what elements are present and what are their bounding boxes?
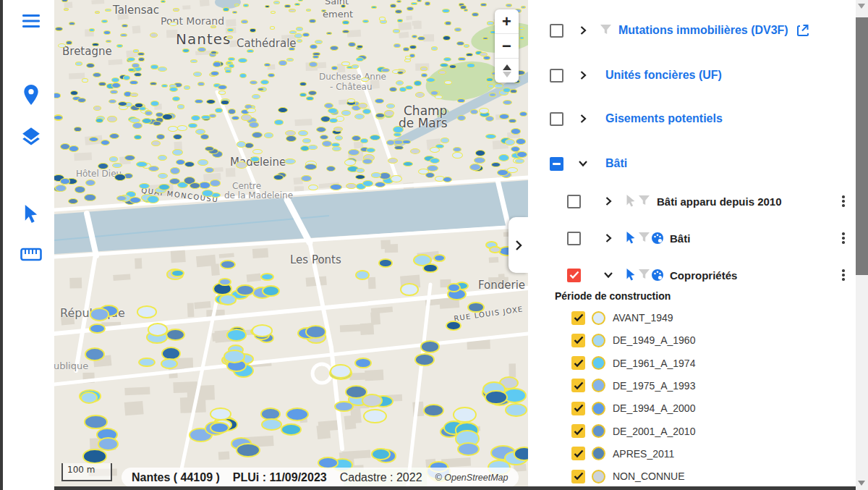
- copropriete-dot: [407, 7, 413, 11]
- ruler-measure-icon[interactable]: [20, 243, 43, 266]
- legend-checkbox-checked[interactable]: [571, 447, 585, 460]
- layer-checkbox-checked[interactable]: [567, 269, 581, 282]
- layer-checkbox-unchecked[interactable]: [550, 24, 563, 38]
- layer-checkbox-indeterminate[interactable]: [550, 157, 563, 171]
- legend-color-swatch: [592, 311, 605, 325]
- copropriete-dot: [142, 118, 152, 124]
- copropriete-dot: [403, 161, 414, 167]
- copropriete-dot: [475, 150, 485, 156]
- copropriete-dot: [289, 9, 295, 12]
- scrollbar-up-arrow[interactable]: [858, 4, 865, 9]
- layer-checkbox-unchecked[interactable]: [550, 69, 563, 83]
- export-layer-icon[interactable]: [796, 23, 810, 38]
- legend-item-label: APRES_2011: [613, 448, 674, 460]
- select-cursor-icon[interactable]: [625, 269, 637, 282]
- layer-label[interactable]: Bâti: [670, 232, 690, 245]
- copropriete-dot: [161, 358, 179, 369]
- copropriete-dot: [138, 358, 155, 368]
- layer-label[interactable]: Bâti apparu depuis 2010: [657, 195, 782, 208]
- copropriete-dot: [348, 42, 356, 47]
- legend-checkbox-checked[interactable]: [571, 402, 585, 415]
- layer-checkbox-unchecked[interactable]: [567, 195, 581, 208]
- scrollbar-thumb[interactable]: [856, 17, 868, 275]
- legend-checkbox-checked[interactable]: [571, 311, 585, 325]
- copropriete-dot: [133, 49, 140, 53]
- chevron-right-icon[interactable]: [576, 69, 590, 82]
- copropriete-dot: [505, 403, 527, 418]
- copropriete-dot: [221, 100, 229, 105]
- layer-checkbox-unchecked[interactable]: [550, 112, 563, 126]
- copropriete-dot: [469, 164, 481, 171]
- copropriete-dot: [139, 183, 150, 189]
- layer-tree-item: Unités foncières (UF): [550, 67, 854, 84]
- location-pin-icon[interactable]: [20, 83, 43, 106]
- layer-label[interactable]: Unités foncières (UF): [605, 69, 722, 82]
- copropriete-dot: [479, 108, 489, 114]
- tilt-up-icon[interactable]: [503, 64, 511, 70]
- copropriete-dot: [430, 158, 440, 164]
- filter-funnel-icon[interactable]: [638, 195, 650, 206]
- copropriete-dot: [66, 41, 73, 45]
- copropriete-dot: [161, 84, 169, 88]
- copropriete-dot: [415, 92, 425, 98]
- zoom-control: + −: [495, 9, 519, 83]
- palette-style-icon[interactable]: [651, 269, 664, 282]
- copropriete-dot: [278, 60, 287, 66]
- legend-checkbox-checked[interactable]: [571, 356, 585, 370]
- chevron-down-icon[interactable]: [602, 269, 615, 282]
- legend-checkbox-checked[interactable]: [571, 334, 585, 347]
- tilt-control[interactable]: [495, 59, 519, 83]
- panel-collapse-toggle[interactable]: [509, 217, 528, 273]
- copropriete-dot: [161, 0, 166, 3]
- layer-label[interactable]: Gisements potentiels: [605, 112, 723, 125]
- select-cursor-icon-disabled[interactable]: [625, 195, 637, 208]
- zoom-out-button[interactable]: −: [495, 34, 519, 59]
- copropriete-dot: [286, 407, 309, 421]
- chevron-right-icon[interactable]: [576, 24, 590, 37]
- filter-funnel-icon[interactable]: [638, 232, 650, 243]
- copropriete-dot: [449, 64, 456, 69]
- copropriete-dot: [210, 179, 221, 186]
- layer-checkbox-unchecked[interactable]: [567, 232, 581, 245]
- osm-attribution-link[interactable]: © OpenStreetMap: [435, 473, 509, 483]
- legend-checkbox-checked[interactable]: [571, 470, 585, 483]
- copropriete-dot: [134, 72, 142, 77]
- copropriete-dot: [404, 59, 412, 62]
- layer-label[interactable]: Bâti: [605, 157, 627, 170]
- copropriete-dot: [397, 19, 403, 22]
- copropriete-dot: [306, 9, 311, 12]
- chevron-right-icon[interactable]: [576, 112, 590, 125]
- filter-funnel-icon[interactable]: [600, 24, 612, 35]
- copropriete-dot: [284, 159, 296, 165]
- layers-icon[interactable]: [20, 124, 43, 148]
- layer-menu-kebab-icon[interactable]: [838, 230, 849, 246]
- chevron-right-icon[interactable]: [602, 232, 615, 245]
- panel-scrollbar[interactable]: [856, 0, 868, 490]
- layer-menu-kebab-icon[interactable]: [838, 193, 849, 209]
- copropriete-dot: [375, 98, 384, 104]
- layer-label[interactable]: Mutations immobilières (DV3F): [618, 24, 788, 37]
- copropriete-dot: [403, 47, 409, 51]
- zoom-in-button[interactable]: +: [495, 9, 519, 34]
- copropriete-dot: [210, 25, 216, 29]
- palette-style-icon[interactable]: [651, 232, 664, 245]
- legend-checkbox-checked[interactable]: [571, 379, 585, 392]
- map-canvas[interactable]: SaintementTalensacPont MorandNantesCathé…: [54, 0, 528, 490]
- copropriete-dot: [362, 20, 369, 23]
- layer-menu-kebab-icon[interactable]: [838, 267, 849, 283]
- tilt-down-icon[interactable]: [503, 72, 511, 77]
- filter-funnel-icon[interactable]: [638, 269, 650, 280]
- copropriete-dot: [82, 449, 106, 464]
- scrollbar-down-arrow[interactable]: [858, 481, 865, 486]
- chevron-down-icon[interactable]: [576, 157, 590, 170]
- chevron-right-icon[interactable]: [602, 195, 615, 208]
- copropriete-dot: [521, 6, 526, 9]
- copropriete-dot: [433, 254, 446, 262]
- legend-item-label: DE_2001_A_2010: [613, 426, 695, 437]
- select-cursor-icon[interactable]: [20, 203, 43, 226]
- layer-label[interactable]: Copropriétés: [670, 269, 737, 282]
- select-cursor-icon[interactable]: [625, 232, 637, 245]
- menu-icon[interactable]: [20, 9, 43, 33]
- copropriete-dot: [215, 108, 223, 113]
- legend-checkbox-checked[interactable]: [571, 424, 585, 438]
